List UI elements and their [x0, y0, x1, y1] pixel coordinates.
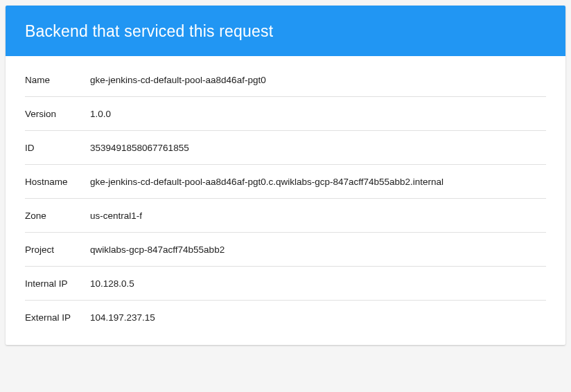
value-id: 3539491858067761855 [90, 143, 189, 153]
label-id: ID [25, 143, 90, 153]
card-header: Backend that serviced this request [6, 6, 565, 56]
row-internal-ip: Internal IP 10.128.0.5 [25, 267, 546, 301]
label-external-ip: External IP [25, 312, 90, 323]
card-body: Name gke-jenkins-cd-default-pool-aa8d46a… [6, 56, 565, 345]
row-external-ip: External IP 104.197.237.15 [25, 301, 546, 334]
value-project: qwiklabs-gcp-847acff74b55abb2 [90, 244, 225, 255]
label-project: Project [25, 244, 90, 255]
label-hostname: Hostname [25, 177, 90, 187]
value-internal-ip: 10.128.0.5 [90, 278, 134, 289]
value-version: 1.0.0 [90, 109, 111, 119]
label-zone: Zone [25, 211, 90, 221]
row-name: Name gke-jenkins-cd-default-pool-aa8d46a… [25, 63, 546, 97]
row-hostname: Hostname gke-jenkins-cd-default-pool-aa8… [25, 165, 546, 199]
value-zone: us-central1-f [90, 211, 142, 221]
row-project: Project qwiklabs-gcp-847acff74b55abb2 [25, 233, 546, 267]
value-external-ip: 104.197.237.15 [90, 312, 155, 323]
row-zone: Zone us-central1-f [25, 199, 546, 233]
label-name: Name [25, 75, 90, 85]
value-name: gke-jenkins-cd-default-pool-aa8d46af-pgt… [90, 75, 266, 85]
card-title: Backend that serviced this request [25, 22, 273, 40]
value-hostname: gke-jenkins-cd-default-pool-aa8d46af-pgt… [90, 177, 443, 187]
label-version: Version [25, 109, 90, 119]
row-id: ID 3539491858067761855 [25, 131, 546, 165]
backend-info-card: Backend that serviced this request Name … [6, 6, 565, 345]
label-internal-ip: Internal IP [25, 278, 90, 289]
row-version: Version 1.0.0 [25, 97, 546, 131]
